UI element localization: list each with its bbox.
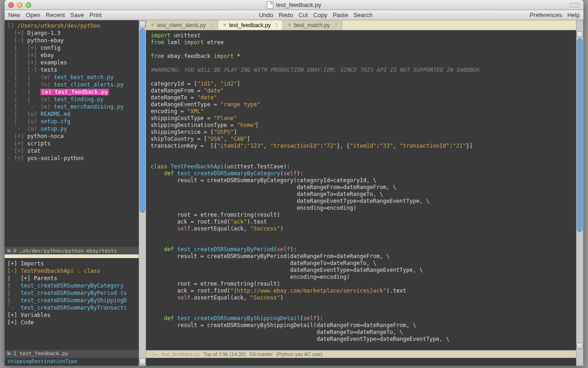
minibuffer[interactable]: shippingDestinationType	[5, 358, 139, 366]
outline-item[interactable]: [+] Code	[7, 319, 34, 326]
menu-preferences[interactable]: Preferences	[530, 12, 562, 18]
menu-new[interactable]: New	[8, 12, 20, 18]
close-icon[interactable]: ✕	[223, 23, 226, 28]
modeline-mode: -:---	[150, 351, 158, 357]
menu-save[interactable]: Save	[70, 12, 84, 18]
modeline: -:--- test_feedback.py Top of 2.9k (14,3…	[146, 350, 576, 358]
tree-item[interactable]: tests	[40, 67, 57, 73]
w0-status: W-0 …sh/dev/python/python-ebay/tests	[5, 247, 139, 254]
outline-item[interactable]: [+] Variables	[7, 312, 51, 318]
tree-item[interactable]: test_merchandising.py	[54, 104, 124, 110]
workspace: [] /Users/utkarsh/dev/python [+] Django-…	[5, 20, 583, 366]
outline-item[interactable]: | test_createDSRSummaryByCategory	[7, 282, 124, 289]
tree-item[interactable]: Django-1.3	[27, 30, 60, 36]
tree-scrollbar[interactable]	[139, 20, 146, 366]
scroll-thumb[interactable]	[140, 29, 145, 213]
tree-item[interactable]: python-noca	[27, 133, 63, 139]
menu-copy[interactable]: Copy	[313, 12, 327, 18]
window-title: test_feedback.py	[267, 1, 321, 9]
modeline-git: Git:master	[249, 351, 273, 357]
scroll-down-icon[interactable]	[139, 358, 146, 365]
tree-item[interactable]: ebay	[40, 52, 54, 58]
tabbar: ✕ test_client_alerts.py 1 ✕ test_feedbac…	[146, 20, 576, 30]
app-window: test_feedback.py New Open Recent Save Pr…	[5, 0, 583, 366]
tree-item[interactable]: test_best_match.py	[54, 74, 113, 80]
tree-item[interactable]: stat	[27, 148, 40, 154]
close-icon[interactable]: ✕	[288, 23, 291, 28]
tree-item[interactable]: setup.py	[40, 126, 67, 132]
editor-area: ✕ test_client_alerts.py 1 ✕ test_feedbac…	[146, 20, 576, 366]
menu-undo[interactable]: Undo	[259, 12, 273, 18]
tab-test-feedback[interactable]: ✕ test_feedback.py 2	[218, 20, 283, 30]
editor-scrollbar[interactable]	[576, 20, 583, 366]
menu-mid: Undo Redo Cut Copy Paste Search	[259, 12, 373, 18]
file-tree[interactable]: [] /Users/utkarsh/dev/python [+] Django-…	[5, 20, 139, 247]
outline-item[interactable]: | [+] Parents	[7, 275, 57, 282]
tree-item[interactable]: setup.cfg	[40, 118, 70, 125]
menubar: New Open Recent Save Print Undo Redo Cut…	[5, 10, 583, 20]
zoom-button[interactable]	[26, 2, 31, 8]
scroll-up-icon[interactable]	[577, 31, 583, 38]
outline-panel[interactable]: [+] Imports[-] TestFeedbackhApi : class|…	[5, 258, 139, 350]
tree-item[interactable]: (e) test_feedback.py	[40, 89, 109, 95]
modeline-modes: (Python yas AC pair)	[276, 351, 322, 357]
close-icon[interactable]: ✕	[151, 23, 154, 28]
toolbar-pill[interactable]	[570, 3, 580, 7]
tree-item[interactable]: yos-social-python	[27, 155, 84, 161]
tree-item[interactable]: config	[40, 45, 60, 51]
outline-item[interactable]: `- test_createDSRSummaryByTransacti	[7, 305, 127, 311]
window-title-text: test_feedback.py	[276, 1, 321, 8]
code-editor[interactable]: import unittest from lxml import etree f…	[146, 30, 576, 350]
modeline-file: test_feedback.py	[162, 351, 200, 357]
editor-minibuffer[interactable]	[146, 358, 576, 366]
scroll-down-icon[interactable]	[577, 343, 583, 349]
tab-label: test_feedback.py	[229, 22, 271, 29]
tree-root[interactable]: /Users/utkarsh/dev/python	[17, 23, 101, 29]
menu-help[interactable]: Help	[567, 12, 580, 18]
tree-item[interactable]: examples	[40, 59, 67, 66]
tab-label: best_match.py	[294, 22, 330, 29]
menu-recent[interactable]: Recent	[46, 12, 65, 18]
menu-right: Preferences Help	[530, 12, 580, 18]
tree-item[interactable]: test_client_alerts.py	[54, 81, 124, 88]
w1-status: W-1 test_feedback.py	[5, 350, 139, 358]
tree-item[interactable]: scripts	[27, 140, 51, 147]
modeline-pos: Top of 2.9k (14,32)	[204, 351, 246, 357]
panel-divider[interactable]	[5, 254, 139, 258]
outline-item[interactable]: | test_createDSRSummaryByPeriod (s	[7, 290, 127, 296]
menu-redo[interactable]: Redo	[279, 12, 293, 18]
minimize-button[interactable]	[17, 2, 23, 8]
outline-item[interactable]: [+] Imports	[7, 260, 44, 267]
file-icon	[267, 1, 273, 9]
sidebar: [] /Users/utkarsh/dev/python [+] Django-…	[5, 20, 139, 366]
outline-item[interactable]: [-] TestFeedbackhApi : class	[7, 268, 100, 274]
tree-item[interactable]: python-ebay	[27, 37, 63, 44]
tab-label: test_client_alerts.py	[157, 22, 206, 29]
menu-left: New Open Recent Save Print	[8, 12, 102, 18]
tab-num: 1	[210, 23, 213, 28]
tab-test-client-alerts[interactable]: ✕ test_client_alerts.py 1	[146, 20, 218, 30]
titlebar[interactable]: test_feedback.py	[5, 0, 583, 10]
tab-best-match[interactable]: ✕ best_match.py 3	[283, 20, 342, 30]
scroll-thumb[interactable]	[577, 39, 582, 232]
menu-print[interactable]: Print	[90, 12, 102, 18]
outline-item[interactable]: | test_createDSRSummaryByShippingD	[7, 297, 127, 304]
tree-item[interactable]: test_finding.py	[54, 96, 103, 103]
menu-search[interactable]: Search	[354, 12, 373, 18]
scroll-up-icon[interactable]	[139, 21, 146, 28]
menu-cut[interactable]: Cut	[299, 12, 308, 18]
menu-paste[interactable]: Paste	[333, 12, 348, 18]
tab-num: 3	[334, 23, 337, 28]
menu-open[interactable]: Open	[26, 12, 40, 18]
tab-num: 2	[275, 23, 278, 28]
traffic-lights	[8, 2, 31, 8]
close-button[interactable]	[8, 2, 14, 8]
tree-item[interactable]: README.md	[40, 111, 70, 117]
